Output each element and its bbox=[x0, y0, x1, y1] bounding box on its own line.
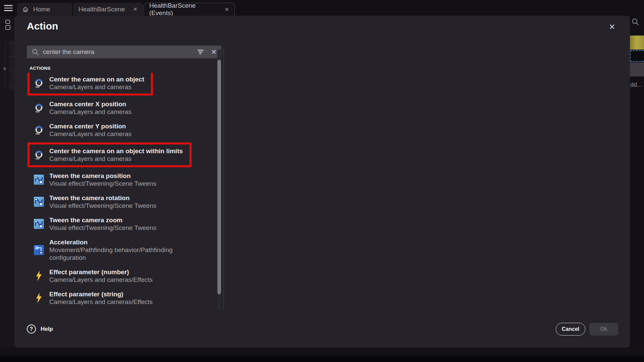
action-title: Effect parameter (string) bbox=[49, 290, 153, 298]
background-bottom-edge bbox=[0, 356, 644, 362]
search-icon bbox=[32, 48, 39, 56]
action-subtitle: Visual effect/Tweening/Scene Tweens bbox=[49, 202, 156, 209]
add-action-fragment: dd... bbox=[630, 81, 642, 88]
action-subtitle: Camera/Layers and cameras bbox=[49, 108, 131, 116]
action-subtitle: Movement/Pathfinding behavior/Pathfindin… bbox=[49, 246, 207, 261]
action-dialog: Action ✕ ✕ ACTIONS Center the camera on … bbox=[14, 16, 630, 348]
tween-icon bbox=[34, 174, 44, 185]
background-right-strip: dd... bbox=[630, 16, 644, 348]
action-title: Tween the camera position bbox=[49, 172, 156, 180]
events-search-icon bbox=[631, 18, 639, 27]
scrollbar-thumb[interactable] bbox=[217, 60, 221, 294]
tab-home[interactable]: Home bbox=[17, 3, 72, 16]
top-tab-bar: Home HealthBarScene ✕ HealthBarScene (Ev… bbox=[0, 0, 644, 16]
event-block-fragment bbox=[9, 40, 14, 90]
action-list-item[interactable]: Center the camera on an object within li… bbox=[28, 142, 192, 167]
action-title: Center the camera on an object bbox=[49, 75, 144, 83]
action-subtitle: Camera/Layers and cameras/Effects bbox=[49, 298, 153, 306]
event-outline bbox=[5, 56, 14, 57]
action-list-item[interactable]: Camera center Y position Camera/Layers a… bbox=[28, 122, 131, 138]
action-title: Tween the camera zoom bbox=[49, 216, 156, 224]
panel-divider bbox=[223, 48, 224, 310]
cancel-button[interactable]: Cancel bbox=[556, 323, 585, 336]
help-label: Help bbox=[41, 326, 53, 333]
event-outline bbox=[5, 43, 5, 86]
objects-panel-icon bbox=[5, 20, 11, 30]
tab-healthbarscene-events[interactable]: HealthBarScene (Events) ✕ bbox=[144, 3, 235, 16]
tween-icon bbox=[34, 219, 44, 229]
action-title: Center the camera on an object within li… bbox=[49, 147, 183, 155]
ok-button[interactable]: Ok bbox=[589, 323, 618, 336]
event-fragment bbox=[630, 62, 644, 76]
action-title: Acceleration bbox=[49, 238, 207, 246]
action-subtitle: Camera/Layers and cameras/Effects bbox=[49, 276, 153, 284]
actions-list: Center the camera on an object Camera/La… bbox=[28, 73, 217, 310]
filter-icon[interactable] bbox=[197, 48, 204, 56]
camera-icon bbox=[34, 78, 44, 88]
action-list-item[interactable]: Tween the camera position Visual effect/… bbox=[28, 172, 156, 187]
menu-hamburger-icon[interactable] bbox=[4, 5, 13, 11]
action-subtitle: Visual effect/Tweening/Scene Tweens bbox=[49, 224, 156, 232]
action-list-item[interactable]: Tween the camera rotation Visual effect/… bbox=[28, 194, 156, 209]
action-list-item[interactable]: Effect parameter (string) Camera/Layers … bbox=[28, 290, 153, 306]
event-arrow-icon bbox=[4, 67, 7, 71]
tab-close-icon[interactable]: ✕ bbox=[225, 6, 229, 13]
dialog-title: Action bbox=[27, 20, 58, 32]
action-title: Camera center X position bbox=[49, 100, 131, 108]
svg-text:A: A bbox=[36, 246, 38, 249]
actions-section-header: ACTIONS bbox=[30, 66, 51, 71]
home-icon bbox=[22, 6, 29, 13]
background-left-strip bbox=[0, 16, 14, 348]
action-subtitle: Visual effect/Tweening/Scene Tweens bbox=[49, 180, 156, 187]
camera-icon bbox=[34, 103, 44, 113]
action-list-item[interactable]: Effect parameter (number) Camera/Layers … bbox=[28, 268, 153, 284]
lightning-icon bbox=[34, 293, 44, 303]
svg-text:B: B bbox=[40, 251, 42, 254]
camera-icon bbox=[34, 149, 44, 160]
drop-indicator-fragment bbox=[630, 50, 644, 62]
camera-icon bbox=[34, 125, 44, 135]
tab-close-icon[interactable]: ✕ bbox=[133, 6, 138, 12]
event-outline bbox=[5, 43, 14, 43]
tab-healthbarscene-label: HealthBarScene bbox=[78, 6, 125, 13]
action-title: Camera center Y position bbox=[49, 122, 131, 130]
dialog-close-icon[interactable]: ✕ bbox=[608, 22, 616, 31]
tab-home-label: Home bbox=[33, 6, 50, 13]
app-window: Home HealthBarScene ✕ HealthBarScene (Ev… bbox=[0, 0, 644, 362]
clear-search-icon[interactable]: ✕ bbox=[211, 49, 217, 55]
action-list-item[interactable]: Center the camera on an object Camera/La… bbox=[28, 73, 153, 96]
selected-event-fragment bbox=[630, 36, 644, 50]
event-outline bbox=[5, 86, 14, 87]
action-subtitle: Camera/Layers and cameras bbox=[49, 130, 131, 138]
action-list-item[interactable]: Tween the camera zoom Visual effect/Twee… bbox=[28, 216, 156, 232]
tab-healthbarscene[interactable]: HealthBarScene ✕ bbox=[73, 3, 143, 16]
action-search-bar: ✕ bbox=[27, 46, 221, 58]
action-title: Tween the camera rotation bbox=[49, 194, 156, 202]
action-subtitle: Camera/Layers and cameras bbox=[49, 155, 183, 163]
tab-healthbarscene-events-label: HealthBarScene (Events) bbox=[149, 2, 220, 17]
help-button[interactable]: ? Help bbox=[27, 324, 53, 334]
action-list-item[interactable]: A B Acceleration Movement/Pathfinding be… bbox=[28, 238, 207, 261]
pathfinding-icon: A B bbox=[34, 245, 44, 255]
action-title: Effect parameter (number) bbox=[49, 268, 153, 276]
action-subtitle: Camera/Layers and cameras bbox=[49, 83, 144, 91]
tween-icon bbox=[34, 196, 44, 207]
action-list-item[interactable]: Camera center X position Camera/Layers a… bbox=[28, 100, 131, 116]
lightning-icon bbox=[34, 270, 44, 281]
search-input[interactable] bbox=[43, 48, 197, 56]
help-icon: ? bbox=[27, 324, 36, 334]
